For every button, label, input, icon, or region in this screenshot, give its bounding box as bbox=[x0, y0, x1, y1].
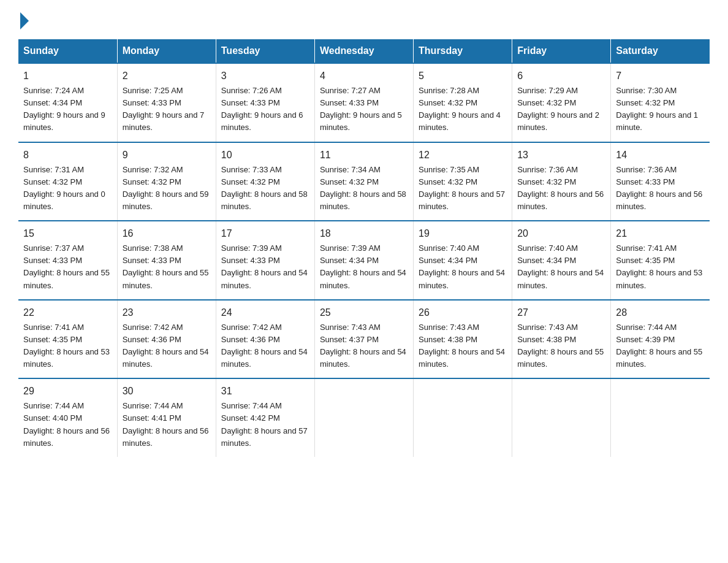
day-number: 24 bbox=[221, 305, 309, 320]
day-number: 5 bbox=[419, 69, 507, 83]
day-info: Sunrise: 7:34 AMSunset: 4:32 PMDaylight:… bbox=[320, 164, 408, 213]
day-info: Sunrise: 7:30 AMSunset: 4:32 PMDaylight:… bbox=[616, 85, 705, 134]
day-info: Sunrise: 7:43 AMSunset: 4:37 PMDaylight:… bbox=[320, 321, 408, 371]
day-info: Sunrise: 7:40 AMSunset: 4:34 PMDaylight:… bbox=[419, 242, 507, 292]
day-number: 11 bbox=[320, 148, 408, 163]
day-cell: 1Sunrise: 7:24 AMSunset: 4:34 PMDaylight… bbox=[18, 63, 117, 142]
logo bbox=[18, 12, 31, 27]
day-number: 4 bbox=[320, 69, 408, 83]
day-cell bbox=[611, 378, 710, 457]
day-number: 6 bbox=[517, 69, 605, 83]
day-cell: 12Sunrise: 7:35 AMSunset: 4:32 PMDayligh… bbox=[414, 142, 512, 221]
day-info: Sunrise: 7:35 AMSunset: 4:32 PMDaylight:… bbox=[419, 164, 507, 213]
day-cell: 19Sunrise: 7:40 AMSunset: 4:34 PMDayligh… bbox=[414, 221, 512, 300]
day-info: Sunrise: 7:36 AMSunset: 4:33 PMDaylight:… bbox=[616, 164, 705, 213]
day-info: Sunrise: 7:44 AMSunset: 4:42 PMDaylight:… bbox=[221, 400, 309, 450]
day-number: 1 bbox=[23, 69, 112, 83]
day-cell: 4Sunrise: 7:27 AMSunset: 4:33 PMDaylight… bbox=[314, 63, 413, 142]
day-number: 13 bbox=[517, 148, 605, 163]
day-number: 19 bbox=[419, 226, 507, 241]
day-info: Sunrise: 7:41 AMSunset: 4:35 PMDaylight:… bbox=[23, 321, 112, 371]
day-cell: 22Sunrise: 7:41 AMSunset: 4:35 PMDayligh… bbox=[18, 300, 117, 379]
header bbox=[18, 12, 710, 27]
day-number: 27 bbox=[517, 305, 605, 320]
day-number: 26 bbox=[419, 305, 507, 320]
day-info: Sunrise: 7:26 AMSunset: 4:33 PMDaylight:… bbox=[221, 85, 309, 134]
day-cell: 30Sunrise: 7:44 AMSunset: 4:41 PMDayligh… bbox=[117, 378, 216, 457]
day-cell: 26Sunrise: 7:43 AMSunset: 4:38 PMDayligh… bbox=[414, 300, 512, 379]
day-number: 16 bbox=[123, 226, 211, 241]
day-cell: 29Sunrise: 7:44 AMSunset: 4:40 PMDayligh… bbox=[18, 378, 117, 457]
day-number: 8 bbox=[23, 148, 112, 163]
header-saturday: Saturday bbox=[611, 39, 710, 63]
day-info: Sunrise: 7:44 AMSunset: 4:40 PMDaylight:… bbox=[23, 400, 112, 450]
day-info: Sunrise: 7:41 AMSunset: 4:35 PMDaylight:… bbox=[616, 242, 705, 292]
day-number: 9 bbox=[123, 148, 211, 163]
day-info: Sunrise: 7:36 AMSunset: 4:32 PMDaylight:… bbox=[517, 164, 605, 213]
week-row-4: 22Sunrise: 7:41 AMSunset: 4:35 PMDayligh… bbox=[18, 300, 710, 379]
day-cell: 9Sunrise: 7:32 AMSunset: 4:32 PMDaylight… bbox=[117, 142, 216, 221]
day-cell: 5Sunrise: 7:28 AMSunset: 4:32 PMDaylight… bbox=[414, 63, 512, 142]
day-cell bbox=[314, 378, 413, 457]
week-row-3: 15Sunrise: 7:37 AMSunset: 4:33 PMDayligh… bbox=[18, 221, 710, 300]
day-number: 2 bbox=[123, 69, 211, 83]
day-cell: 17Sunrise: 7:39 AMSunset: 4:33 PMDayligh… bbox=[216, 221, 314, 300]
day-cell: 18Sunrise: 7:39 AMSunset: 4:34 PMDayligh… bbox=[314, 221, 413, 300]
calendar-header-row: SundayMondayTuesdayWednesdayThursdayFrid… bbox=[18, 39, 710, 63]
day-cell: 24Sunrise: 7:42 AMSunset: 4:36 PMDayligh… bbox=[216, 300, 314, 379]
day-info: Sunrise: 7:27 AMSunset: 4:33 PMDaylight:… bbox=[320, 85, 408, 134]
day-number: 29 bbox=[23, 384, 112, 399]
day-info: Sunrise: 7:39 AMSunset: 4:34 PMDaylight:… bbox=[320, 242, 408, 292]
day-info: Sunrise: 7:42 AMSunset: 4:36 PMDaylight:… bbox=[123, 321, 211, 371]
day-info: Sunrise: 7:38 AMSunset: 4:33 PMDaylight:… bbox=[123, 242, 211, 292]
day-cell: 21Sunrise: 7:41 AMSunset: 4:35 PMDayligh… bbox=[611, 221, 710, 300]
header-tuesday: Tuesday bbox=[216, 39, 314, 63]
day-cell: 15Sunrise: 7:37 AMSunset: 4:33 PMDayligh… bbox=[18, 221, 117, 300]
day-cell: 14Sunrise: 7:36 AMSunset: 4:33 PMDayligh… bbox=[611, 142, 710, 221]
calendar-table: SundayMondayTuesdayWednesdayThursdayFrid… bbox=[18, 39, 710, 457]
day-cell: 13Sunrise: 7:36 AMSunset: 4:32 PMDayligh… bbox=[512, 142, 611, 221]
day-cell: 7Sunrise: 7:30 AMSunset: 4:32 PMDaylight… bbox=[611, 63, 710, 142]
day-number: 12 bbox=[419, 148, 507, 163]
day-info: Sunrise: 7:25 AMSunset: 4:33 PMDaylight:… bbox=[123, 85, 211, 134]
week-row-5: 29Sunrise: 7:44 AMSunset: 4:40 PMDayligh… bbox=[18, 378, 710, 457]
logo-arrow-icon bbox=[20, 12, 29, 29]
day-number: 17 bbox=[221, 226, 309, 241]
day-number: 7 bbox=[616, 69, 705, 83]
day-number: 21 bbox=[616, 226, 705, 241]
day-number: 20 bbox=[517, 226, 605, 241]
header-thursday: Thursday bbox=[414, 39, 512, 63]
day-cell: 11Sunrise: 7:34 AMSunset: 4:32 PMDayligh… bbox=[314, 142, 413, 221]
day-cell: 2Sunrise: 7:25 AMSunset: 4:33 PMDaylight… bbox=[117, 63, 216, 142]
day-info: Sunrise: 7:33 AMSunset: 4:32 PMDaylight:… bbox=[221, 164, 309, 213]
day-cell: 16Sunrise: 7:38 AMSunset: 4:33 PMDayligh… bbox=[117, 221, 216, 300]
day-cell: 8Sunrise: 7:31 AMSunset: 4:32 PMDaylight… bbox=[18, 142, 117, 221]
day-number: 15 bbox=[23, 226, 112, 241]
week-row-1: 1Sunrise: 7:24 AMSunset: 4:34 PMDaylight… bbox=[18, 63, 710, 142]
day-cell: 31Sunrise: 7:44 AMSunset: 4:42 PMDayligh… bbox=[216, 378, 314, 457]
day-number: 3 bbox=[221, 69, 309, 83]
day-info: Sunrise: 7:32 AMSunset: 4:32 PMDaylight:… bbox=[123, 164, 211, 213]
header-sunday: Sunday bbox=[18, 39, 117, 63]
day-info: Sunrise: 7:40 AMSunset: 4:34 PMDaylight:… bbox=[517, 242, 605, 292]
day-cell: 3Sunrise: 7:26 AMSunset: 4:33 PMDaylight… bbox=[216, 63, 314, 142]
header-monday: Monday bbox=[117, 39, 216, 63]
day-number: 18 bbox=[320, 226, 408, 241]
day-info: Sunrise: 7:24 AMSunset: 4:34 PMDaylight:… bbox=[23, 85, 112, 134]
day-info: Sunrise: 7:28 AMSunset: 4:32 PMDaylight:… bbox=[419, 85, 507, 134]
day-cell bbox=[512, 378, 611, 457]
day-cell: 10Sunrise: 7:33 AMSunset: 4:32 PMDayligh… bbox=[216, 142, 314, 221]
day-cell: 25Sunrise: 7:43 AMSunset: 4:37 PMDayligh… bbox=[314, 300, 413, 379]
day-info: Sunrise: 7:44 AMSunset: 4:41 PMDaylight:… bbox=[123, 400, 211, 450]
day-cell bbox=[414, 378, 512, 457]
day-info: Sunrise: 7:37 AMSunset: 4:33 PMDaylight:… bbox=[23, 242, 112, 292]
day-number: 30 bbox=[123, 384, 211, 399]
day-number: 31 bbox=[221, 384, 309, 399]
day-info: Sunrise: 7:43 AMSunset: 4:38 PMDaylight:… bbox=[517, 321, 605, 371]
day-number: 28 bbox=[616, 305, 705, 320]
day-number: 23 bbox=[123, 305, 211, 320]
day-cell: 6Sunrise: 7:29 AMSunset: 4:32 PMDaylight… bbox=[512, 63, 611, 142]
header-friday: Friday bbox=[512, 39, 611, 63]
day-info: Sunrise: 7:29 AMSunset: 4:32 PMDaylight:… bbox=[517, 85, 605, 134]
day-number: 25 bbox=[320, 305, 408, 320]
